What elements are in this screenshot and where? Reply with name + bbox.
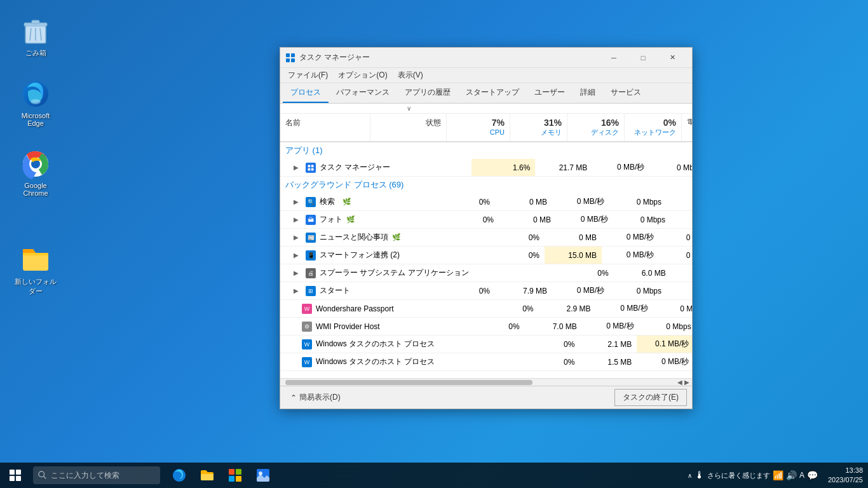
status-leaf: 🌿 (346, 216, 354, 224)
recycle-bin-label: ごみ箱 (25, 48, 46, 58)
process-cpu: 0% (516, 336, 580, 353)
start-button[interactable] (0, 463, 31, 488)
table-row[interactable]: ▶ 🔍 検索 🌿 0% 0 MB 0 MB/秒 0 Mbps (280, 193, 692, 211)
simple-mode-button[interactable]: ⌃ 簡易表示(D) (285, 390, 346, 405)
taskbar-edge[interactable] (165, 463, 193, 488)
tab-startup[interactable]: スタートアップ (458, 83, 527, 103)
col-network[interactable]: 0% ネットワーク (625, 114, 682, 141)
window-title: タスク マネージャー (299, 52, 599, 63)
tab-processes[interactable]: プロセス (283, 83, 329, 103)
expand-arrow[interactable]: ▶ (293, 234, 299, 241)
tab-details[interactable]: 詳細 (573, 83, 603, 103)
col-name[interactable]: 名前 (280, 114, 370, 141)
process-network: 0 Mbps (659, 229, 692, 246)
svg-rect-15 (308, 168, 311, 170)
process-name: W Wondershare Passport (280, 300, 399, 317)
process-power (670, 211, 692, 228)
edge-icon[interactable]: Microsoft Edge (10, 76, 61, 130)
window-controls: ─ □ ✕ (599, 48, 687, 68)
process-name-text: スプーラー サブシステム アプリケーション (320, 268, 469, 278)
tab-performance[interactable]: パフォーマンス (329, 83, 397, 103)
process-icon: ⚙ (302, 322, 312, 332)
taskbar-photos[interactable] (249, 463, 277, 488)
table-row[interactable]: ⚙ WMI Provider Host 0% 7.0 MB 0 MB/秒 0 M… (280, 318, 692, 336)
process-status (385, 318, 461, 335)
notification-icon[interactable]: 💬 (807, 470, 818, 480)
tab-app-history[interactable]: アプリの履歴 (397, 83, 458, 103)
table-row[interactable]: W Wondershare Passport 0% 2.9 MB 0 MB/秒 … (280, 300, 692, 318)
recycle-bin-icon[interactable]: ごみ箱 (10, 13, 61, 60)
col-spacer5 (625, 105, 682, 112)
horizontal-scrollbar[interactable]: ◀ ▶ (280, 378, 692, 386)
table-row[interactable]: ▶ 📱 スマートフォン連携 (2) 0% 15.0 MB 0 MB/秒 0 Mb… (280, 247, 692, 264)
process-memory: 0 MB (545, 229, 602, 246)
table-row[interactable]: ▶ 🖨 スプーラー サブシステム アプリケーション 0% 6.0 MB 0 MB… (280, 264, 692, 282)
process-disk: 0 MB/秒 (582, 318, 639, 335)
maximize-button[interactable]: □ (628, 48, 658, 68)
process-icon: 📰 (306, 233, 316, 243)
process-name: ▶ 📰 ニュースと関心事項 🌿 (280, 229, 405, 246)
table-row[interactable]: ▶ 📰 ニュースと関心事項 🌿 0% 0 MB 0 MB/秒 0 Mbps (280, 229, 692, 247)
lang-icon[interactable]: A (799, 471, 804, 480)
process-name-text: WMI Provider Host (316, 322, 380, 331)
tab-services[interactable]: サービス (603, 83, 649, 103)
close-button[interactable]: ✕ (658, 48, 687, 68)
process-network: 0 Mbps (653, 300, 692, 317)
volume-icon[interactable]: 🔊 (786, 470, 797, 480)
minimize-button[interactable]: ─ (599, 48, 628, 68)
taskbar-search[interactable]: ここに入力して検索 (33, 466, 160, 484)
process-status (359, 211, 435, 228)
taskbar-explorer[interactable] (193, 463, 221, 488)
section-background[interactable]: バックグラウンド プロセス (69) (280, 177, 692, 193)
process-name-text: フォト (320, 214, 342, 225)
table-row[interactable]: ▶ ⊞ スタート 0% 7.9 MB 0 MB/秒 0 Mbps (280, 282, 692, 300)
col-sort-indicator: ∨ (370, 105, 447, 112)
tab-users[interactable]: ユーザー (527, 83, 573, 103)
col-power[interactable]: 電 (682, 114, 692, 141)
svg-line-22 (44, 477, 46, 479)
expand-arrow[interactable]: ▶ (293, 270, 299, 276)
end-task-button[interactable]: タスクの終了(E) (614, 389, 687, 406)
taskbar-store[interactable] (221, 463, 249, 488)
process-power (667, 282, 692, 299)
expand-arrow[interactable]: ▶ (293, 217, 299, 223)
chrome-icon[interactable]: Google Chrome (10, 146, 61, 200)
col-spacer6 (682, 105, 692, 112)
chrome-label: Google Chrome (13, 182, 58, 197)
process-cpu: 0% (481, 247, 545, 264)
process-disk: 0 MB/秒 (671, 264, 692, 281)
section-apps[interactable]: アプリ (1) (280, 142, 692, 159)
col-memory[interactable]: 31% メモリ (510, 114, 567, 141)
taskbar-clock[interactable]: 13:38 2023/07/25 (823, 466, 868, 485)
menu-bar: ファイル(F) オプション(O) 表示(V) (280, 68, 692, 83)
table-row[interactable]: ▶ タスク マネージャー 1.6% 21.7 MB 0 MB/秒 0 Mbps (280, 159, 692, 177)
col-status[interactable]: 状態 (370, 114, 447, 141)
col-cpu[interactable]: 7% CPU (447, 114, 510, 141)
process-memory: 2.9 MB (539, 300, 596, 317)
table-row[interactable]: W Windows タスクのホスト プロセス 0% 2.1 MB 0.1 MB/… (280, 336, 692, 353)
menu-view[interactable]: 表示(V) (393, 69, 428, 82)
process-disk: 0 MB/秒 (637, 353, 692, 370)
table-row[interactable]: ▶ 🏔 フォト 🌿 0% 0 MB 0 MB/秒 0 Mbps (280, 211, 692, 229)
process-cpu: 1.6% (471, 159, 535, 176)
menu-options[interactable]: オプション(O) (333, 69, 392, 82)
clock-time: 13:38 (828, 466, 863, 475)
expand-arrow[interactable]: ▶ (293, 199, 299, 205)
col-disk[interactable]: 16% ディスク (567, 114, 625, 141)
process-memory: 7.9 MB (495, 282, 552, 299)
menu-file[interactable]: ファイル(F) (283, 69, 333, 82)
search-placeholder: ここに入力して検索 (51, 470, 119, 481)
wifi-icon[interactable]: 📶 (773, 470, 783, 480)
svg-rect-14 (311, 165, 314, 167)
process-name-text: ニュースと関心事項 (320, 232, 388, 243)
expand-arrow[interactable]: ▶ (293, 252, 299, 259)
expand-arrow[interactable]: ▶ (293, 165, 299, 171)
expand-arrow[interactable]: ▶ (293, 288, 299, 294)
tray-chevron[interactable]: ∧ (688, 472, 692, 479)
new-folder-icon[interactable]: 新しいフォルダー (10, 241, 61, 299)
table-row[interactable]: W Windows タスクのホスト プロセス 0% 1.5 MB 0 MB/秒 … (280, 353, 692, 371)
svg-rect-25 (229, 476, 234, 482)
svg-rect-20 (16, 476, 21, 481)
col-spacer3 (510, 105, 567, 112)
process-disk: 0 MB/秒 (592, 159, 649, 176)
